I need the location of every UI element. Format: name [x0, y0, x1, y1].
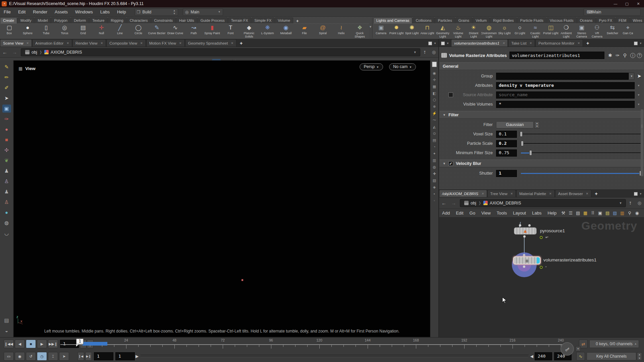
deform-tool-icon[interactable]: ✣ — [2, 146, 11, 154]
terrain-tool-icon[interactable]: ◍ — [2, 219, 11, 227]
breadcrumb-obj[interactable]: obj — [23, 50, 39, 55]
shelf-tool-file[interactable]: ▰File — [295, 24, 314, 39]
shelf-tool-switcher[interactable]: ⇆Switcher — [605, 24, 620, 39]
shelf-tab-guide-process[interactable]: Guide Process — [198, 17, 228, 23]
path-dropdown-icon[interactable]: ▼ — [412, 51, 418, 54]
network-tab--obj-axiom-debris[interactable]: /obj/AXIOM_DEBRIS✕ — [439, 190, 487, 197]
shelf-tool-helix[interactable]: ≀Helix — [332, 24, 351, 39]
network-radial-icon[interactable]: ◎ — [635, 200, 644, 205]
radial-menu-selector[interactable]: ◎ Main ▼ — [183, 8, 223, 16]
shelf-tab-fem[interactable]: FEM — [615, 17, 629, 23]
info-icon[interactable]: i — [630, 53, 635, 58]
pane-menu-icon[interactable]: ▼ — [639, 42, 642, 45]
channel-scope-icon[interactable]: ∿ — [576, 352, 585, 361]
visible-volumes-dropdown-icon[interactable]: ▼ — [636, 103, 641, 106]
play-button[interactable]: ▶ — [37, 340, 47, 348]
shutter-field[interactable]: 1 — [496, 170, 517, 177]
close-tab-icon[interactable]: ✕ — [101, 42, 103, 45]
close-tab-icon[interactable]: ✕ — [481, 192, 484, 195]
node-pyrosource1[interactable]: ▲ — [514, 227, 537, 235]
range-end-field[interactable]: 240 — [535, 352, 552, 360]
projection-selector[interactable]: Persp▼ — [360, 63, 383, 70]
shelf-tool-quick-shapes[interactable]: ❖Quick Shapes — [351, 24, 369, 39]
shelf-tool-distant-light[interactable]: ☀Distant Light — [466, 24, 481, 39]
scene-tab-animation-editor[interactable]: Animation Editor✕ — [32, 39, 72, 47]
bypass-badge-icon[interactable] — [540, 236, 543, 239]
pane-menu-icon[interactable]: ▼ — [446, 42, 449, 45]
shelf-tab-hair-utils[interactable]: Hair Utils — [176, 17, 197, 23]
close-tab-icon[interactable]: ✕ — [530, 42, 532, 45]
crowd-tool-icon[interactable]: ♟ — [2, 188, 11, 196]
sculpt-box-icon[interactable]: ■ — [2, 136, 11, 144]
shelf-tab-collisions[interactable]: Collisions — [413, 17, 434, 23]
network-tab-tree-view[interactable]: Tree View✕ — [487, 190, 516, 197]
stowbar-icon-20[interactable]: ◦ — [434, 197, 435, 204]
stowbar-icon-13[interactable]: ✦ — [433, 150, 436, 157]
stowbar-icon-6[interactable]: ❄ — [433, 103, 436, 110]
radial-spinner[interactable]: ▼ — [218, 10, 221, 13]
scene-tab-scene-view[interactable]: Scene View✕ — [0, 39, 32, 47]
network-tab-asset-browser[interactable]: Asset Browser✕ — [555, 190, 592, 197]
viewport-layout-icon[interactable]: ▤ — [2, 316, 11, 324]
shelf-tool-spray-paint[interactable]: ▮Spray Paint — [203, 24, 221, 39]
shelf-tool-camera[interactable]: ▣Camera — [373, 24, 389, 39]
tools-wrench-icon[interactable]: ⚒ — [559, 210, 567, 216]
particle-scale-slider-handle[interactable] — [521, 141, 524, 146]
asset-gallery-icon[interactable]: ▥ — [619, 210, 626, 216]
network-menu-tools[interactable]: Tools — [494, 210, 510, 216]
sculpt-sphere-icon[interactable]: ● — [2, 125, 11, 133]
particle-scale-field[interactable]: 0.2 — [496, 140, 517, 147]
menu-windows[interactable]: Windows — [71, 7, 97, 16]
shelf-tool-draw-curve[interactable]: ∿Draw Curve — [166, 24, 184, 39]
desktop-spinner[interactable]: ▲▼ — [173, 9, 176, 15]
back-button[interactable]: ← — [0, 49, 10, 55]
stowbar-icon-14[interactable]: ▥ — [433, 157, 436, 164]
group-select-arrow-icon[interactable]: ➤ — [637, 73, 641, 79]
network-breadcrumb-obj[interactable]: obj — [462, 201, 478, 205]
shelf-tool-sky-light[interactable]: ☼Sky Light — [497, 24, 512, 39]
pane-split-icon[interactable] — [634, 42, 638, 45]
range-end-button[interactable]: ▶❙ — [85, 352, 92, 361]
close-tab-icon[interactable]: ✕ — [179, 42, 182, 45]
shelf-tool-box[interactable]: ▢Box — [0, 24, 18, 39]
network-menu-edit[interactable]: Edit — [453, 210, 466, 216]
integer-frames-icon[interactable]: ⌶ — [48, 352, 58, 361]
sticky-note-icon[interactable]: ▤ — [604, 210, 611, 216]
pane-drag-handle[interactable]: ⣿ — [641, 124, 643, 128]
close-tab-icon[interactable]: ✕ — [549, 192, 552, 195]
search-icon[interactable]: ⚲ — [621, 53, 629, 58]
close-tab-icon[interactable]: ✕ — [231, 42, 233, 45]
shelf-tool-null[interactable]: ✛Null — [92, 24, 111, 39]
background-image-icon[interactable]: ▧ — [611, 210, 619, 216]
shutter-slider[interactable] — [521, 170, 641, 177]
maximize-button[interactable]: ▢ — [621, 0, 633, 7]
stowbar-icon-15[interactable]: ◍ — [433, 164, 436, 170]
breadcrumb[interactable]: obj ❭ AXIOM_DEBRIS ▼ — [21, 48, 420, 56]
fill-tool-icon[interactable]: ✏ — [2, 73, 11, 81]
lock-badge-icon[interactable]: 🔒︎▪ — [545, 235, 548, 239]
display-flag[interactable] — [537, 257, 540, 263]
shelf-tool-spot-light[interactable]: ✺Spot Light — [404, 24, 420, 39]
network-menu-layout[interactable]: Layout — [510, 210, 529, 216]
minimum-filter-size-slider-handle[interactable] — [529, 150, 532, 156]
shelf-tab-create[interactable]: Create — [0, 17, 17, 23]
marker-tool-icon[interactable]: ✐ — [2, 84, 11, 92]
param-tab-take-list[interactable]: Take List✕ — [508, 39, 535, 47]
network-menu-help[interactable]: Help — [544, 210, 559, 216]
network-path-dropdown-icon[interactable]: ▼ — [618, 201, 624, 205]
param-pane-controls-right[interactable]: ▼ — [634, 42, 642, 45]
node-name-input[interactable] — [509, 52, 604, 59]
range-end-handle[interactable]: ◀ — [530, 354, 533, 359]
dot-grid-icon[interactable]: ⠿ — [589, 210, 596, 216]
key-button[interactable]: ⚷ — [560, 342, 574, 356]
shelf-tab-pyro-fx[interactable]: Pyro FX — [596, 17, 615, 23]
shelf-tab-modify[interactable]: Modify — [17, 17, 34, 23]
stowbar-icon-11[interactable]: ▤ — [433, 137, 436, 143]
shelf-tool-grid[interactable]: ▤Grid — [74, 24, 92, 39]
scene-tab-motion-fx-view[interactable]: Motion FX View✕ — [146, 39, 185, 47]
network-menu-go[interactable]: Go — [467, 210, 478, 216]
list-view-icon[interactable]: ▤ — [574, 210, 582, 216]
shelf-tool-point-light[interactable]: ✹Point Light — [389, 24, 404, 39]
filter-menu[interactable]: Gaussian — [496, 121, 534, 128]
shelf-tool-curve-bezier[interactable]: ✎Curve Bezier — [148, 24, 166, 39]
